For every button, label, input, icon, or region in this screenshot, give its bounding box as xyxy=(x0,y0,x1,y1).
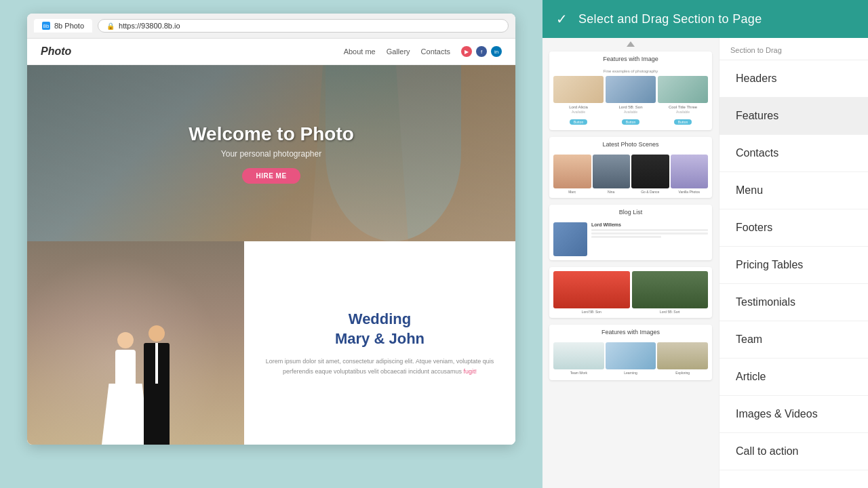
thumb-card-1-content: Fine examples of photography Lord Alicia… xyxy=(549,65,712,130)
thumb-card-2-content: Marc Nina Go & Dance Vanilla Photos xyxy=(549,150,712,198)
feat-item-3: Cool Title Three Available Button xyxy=(658,76,708,126)
right-content: Features with Image Fine examples of pho… xyxy=(542,38,868,488)
bride-head xyxy=(117,332,134,348)
photo-img-2 xyxy=(593,155,631,188)
section-item-footers[interactable]: Footers xyxy=(719,209,868,247)
feat-sublabel-3: Available xyxy=(658,110,708,114)
blog-line-3 xyxy=(591,236,661,238)
section-to-drag-label: Section to Drag xyxy=(719,38,868,60)
team-img-1 xyxy=(553,271,630,308)
thumb-card-5-title: Features with Images xyxy=(549,325,712,338)
photo-label-2: Nina xyxy=(593,190,631,194)
thumb-card-1-title: Features with Image xyxy=(549,52,712,65)
feat2-img-3 xyxy=(657,342,708,369)
feat-item-2: Lord 5B: Son Available Button xyxy=(606,76,656,126)
feat2-img-1 xyxy=(553,342,604,369)
url-text: https://93800.8b.io xyxy=(119,22,180,30)
wedding-desc: Lorem ipsum dolor sit amet, consectetur … xyxy=(264,357,495,376)
photo-item-4: Vanilla Photos xyxy=(671,155,709,194)
nav-icons: ▶ f in xyxy=(461,46,502,57)
feat-btn-1[interactable]: Button xyxy=(570,119,587,125)
wedding-names: Wedding Mary & John xyxy=(264,310,495,348)
browser-toolbar: 8b 8b Photo 🔒 https://93800.8b.io xyxy=(27,14,515,39)
thumb-card-3-content: Lord Willems xyxy=(549,218,712,260)
scroll-up-area[interactable] xyxy=(542,38,719,50)
feat-label-1: Lord Alicia xyxy=(553,105,604,109)
feat-sublabel-2: Available xyxy=(606,110,656,114)
social-icon-youtube[interactable]: ▶ xyxy=(461,46,472,57)
top-bar-title: Select and Drag Section to Page xyxy=(578,12,762,26)
section-item-images-videos[interactable]: Images & Videos xyxy=(719,396,868,433)
url-bar[interactable]: 🔒 https://93800.8b.io xyxy=(98,19,509,33)
thumb-team-row: Lord 5B: Son Lord 5B: Sort xyxy=(553,271,708,314)
thumb-card-5-content: Team Work Learning Exploring xyxy=(549,338,712,380)
sections-column: Section to Drag Headers Features Contact… xyxy=(719,38,868,488)
section-item-menu[interactable]: Menu xyxy=(719,172,868,209)
check-icon: ✓ xyxy=(556,11,568,27)
photo-item-3: Go & Dance xyxy=(631,155,669,194)
feat-img-2 xyxy=(606,76,656,103)
feat2-img-2 xyxy=(606,342,656,369)
browser-tab[interactable]: 8b 8b Photo xyxy=(34,19,92,33)
photo-item-1: Marc xyxy=(553,155,591,194)
section-item-headers[interactable]: Headers xyxy=(719,60,868,98)
section-item-call-to-action[interactable]: Call to action xyxy=(719,433,868,470)
blog-line-1 xyxy=(591,229,708,231)
photo-label-4: Vanilla Photos xyxy=(671,190,709,194)
hero-subtitle: Your personal photographer xyxy=(221,149,321,159)
section-item-team[interactable]: Team xyxy=(719,321,868,359)
blog-content: Lord Willems xyxy=(591,222,708,239)
team-label-1: Lord 5B: Son xyxy=(553,310,630,314)
hero-title: Welcome to Photo xyxy=(189,123,354,145)
site-nav: About me Gallery Contacts ▶ f in xyxy=(344,46,502,57)
team-item-2: Lord 5B: Sort xyxy=(632,271,709,314)
feat-img-1 xyxy=(553,76,604,103)
thumb-card-team-photos[interactable]: Lord 5B: Son Lord 5B: Sort xyxy=(549,267,712,318)
feat-label-3: Cool Title Three xyxy=(658,105,708,109)
feat2-item-3: Exploring xyxy=(657,342,708,376)
photo-item-2: Nina xyxy=(593,155,631,194)
bride-torso xyxy=(115,350,136,384)
nav-about[interactable]: About me xyxy=(344,47,376,56)
thumb-card-features-image[interactable]: Features with Image Fine examples of pho… xyxy=(549,52,712,130)
photo-img-1 xyxy=(553,155,591,188)
scroll-up-arrow-icon xyxy=(627,41,635,47)
groom-torso xyxy=(144,343,170,390)
section-item-features[interactable]: Features xyxy=(719,98,868,135)
section-item-testimonials[interactable]: Testimonials xyxy=(719,284,868,321)
team-label-2: Lord 5B: Sort xyxy=(632,310,709,314)
blog-line-2 xyxy=(591,232,708,235)
social-icon-linkedin[interactable]: in xyxy=(491,46,502,57)
thumb-card-2-title: Latest Photo Scenes xyxy=(549,137,712,150)
feat-btn-2[interactable]: Button xyxy=(622,119,639,125)
thumb-card-photo-scenes[interactable]: Latest Photo Scenes Marc Nina Go & Dance xyxy=(549,137,712,198)
thumb-card-features-images-2[interactable]: Features with Images Team Work Learning … xyxy=(549,325,712,380)
groom-head xyxy=(149,325,165,342)
thumb-card-3-title: Blog List xyxy=(549,205,712,218)
site-logo: Photo xyxy=(41,45,71,58)
section-item-pricing-tables[interactable]: Pricing Tables xyxy=(719,247,868,284)
wedding-section: Wedding Mary & John Lorem ipsum dolor si… xyxy=(27,241,515,445)
groom-pants xyxy=(144,390,170,445)
feat-btn-3[interactable]: Button xyxy=(674,119,692,125)
thumb-card-blog-list[interactable]: Blog List Lord Willems xyxy=(549,205,712,260)
thumb-features-row: Lord Alicia Available Button Lord 5B: So… xyxy=(553,76,708,126)
site-header: Photo About me Gallery Contacts ▶ f in xyxy=(27,39,515,65)
section-item-contacts[interactable]: Contacts xyxy=(719,135,868,172)
photo-img-4 xyxy=(671,155,709,188)
hire-me-button[interactable]: HIRE ME xyxy=(242,168,300,184)
nav-gallery[interactable]: Gallery xyxy=(387,47,410,56)
feat2-label-1: Team Work xyxy=(553,369,604,376)
feat-img-3 xyxy=(658,76,708,103)
tab-favicon: 8b xyxy=(42,22,50,30)
browser-window: 8b 8b Photo 🔒 https://93800.8b.io Photo … xyxy=(27,14,515,445)
nav-contacts[interactable]: Contacts xyxy=(421,47,450,56)
couple-figures xyxy=(102,268,170,445)
wedding-photo xyxy=(27,241,244,445)
section-item-article[interactable]: Article xyxy=(719,359,868,396)
lock-icon: 🔒 xyxy=(106,22,115,30)
blog-post-title: Lord Willems xyxy=(591,222,708,227)
feat2-label-3: Exploring xyxy=(657,369,708,376)
thumb-card-4-content: Lord 5B: Son Lord 5B: Sort xyxy=(549,267,712,318)
social-icon-facebook[interactable]: f xyxy=(476,46,487,57)
